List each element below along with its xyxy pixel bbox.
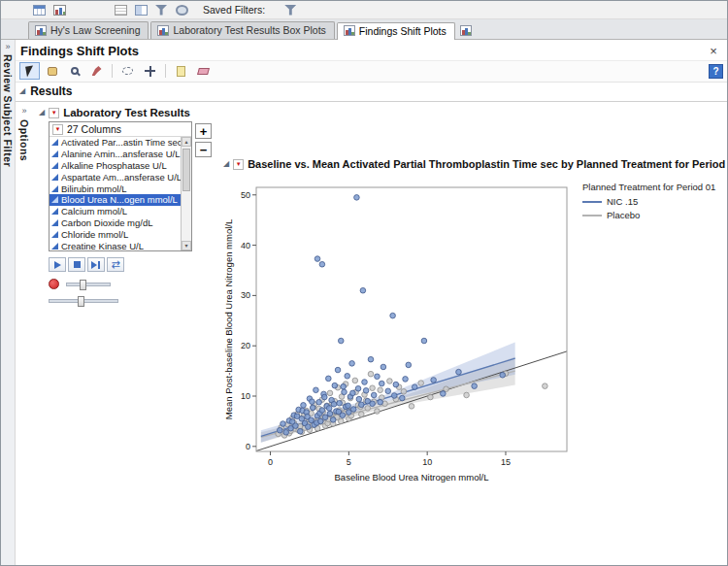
scroll-down-icon[interactable] [182, 241, 191, 250]
playback-controls [49, 257, 223, 272]
panel-collapse-icon[interactable] [39, 109, 45, 117]
jmp-window: Saved Filters: Hy's Law ScreeningLaborat… [0, 0, 728, 566]
stop-button[interactable] [68, 257, 85, 272]
svg-text:5: 5 [347, 457, 351, 467]
remove-column-button[interactable]: − [195, 142, 212, 157]
legend-item-placebo[interactable]: Placebo [582, 210, 715, 220]
page-header: Findings Shift Plots × [16, 40, 727, 60]
scroll-up-icon[interactable] [182, 137, 191, 147]
column-item-label: Carbon Dioxide mg/dL [61, 217, 153, 228]
options-expand-chevron-icon[interactable]: » [21, 107, 26, 116]
chart-red-triangle-menu-icon[interactable] [233, 159, 244, 170]
chart-title-row: Baseline vs. Mean Activated Partial Thro… [223, 158, 727, 170]
review-subject-filter-tab[interactable]: Review Subject Filter [2, 54, 14, 167]
tab-label: Findings Shift Plots [359, 25, 447, 37]
column-item-calcium-mmol-l[interactable]: Calcium mmol/L [50, 206, 181, 217]
filter-icon[interactable] [152, 3, 170, 17]
column-item-activated-par-astin-time-sec[interactable]: Activated Par...astin Time sec [50, 137, 181, 149]
transition-slider-thumb[interactable] [78, 296, 84, 307]
tab-hy-s-law-screening[interactable]: Hy's Law Screening [28, 21, 149, 39]
svg-text:40: 40 [241, 241, 250, 250]
settings-icon[interactable] [173, 3, 190, 17]
app-toolbar-icons-right [281, 3, 299, 17]
step-button[interactable] [87, 257, 105, 272]
continuous-column-icon [51, 162, 58, 169]
results-header: Results [16, 83, 727, 102]
expand-chevron-icon[interactable]: » [5, 43, 10, 51]
results-label: Results [30, 84, 72, 98]
outline-collapse-icon[interactable] [19, 87, 25, 95]
legend-item-nic-15[interactable]: NIC .15 [582, 196, 715, 207]
legend-label: Placebo [607, 210, 640, 220]
svg-text:10: 10 [422, 457, 432, 467]
speed-slider-thumb[interactable] [80, 280, 86, 290]
report-chart-icon [157, 25, 169, 36]
record-stop-button[interactable] [49, 279, 59, 289]
eraser-tool-icon[interactable] [193, 62, 214, 80]
continuous-column-icon [51, 208, 58, 215]
report-chart-icon [35, 25, 47, 36]
chart-collapse-icon[interactable] [223, 160, 229, 168]
svg-text:Mean Post-baseline Blood Urea: Mean Post-baseline Blood Urea Nitrogen m… [223, 219, 234, 419]
options-tab[interactable]: Options [18, 119, 30, 161]
journal-page-icon[interactable] [460, 25, 472, 36]
columns-red-triangle-menu-icon[interactable] [52, 124, 63, 135]
report-icon[interactable] [50, 3, 68, 17]
scrollbar-track[interactable] [182, 147, 191, 241]
svg-text:50: 50 [241, 190, 250, 200]
tab-laboratory-test-results-box-plots[interactable]: Laboratory Test Results Box Plots [150, 21, 334, 39]
annotate-tool-icon[interactable] [171, 62, 191, 80]
scrollbar-thumb[interactable] [182, 149, 190, 191]
tab-label: Hy's Law Screening [50, 24, 140, 36]
swap-button[interactable] [107, 257, 124, 272]
chart-section: Baseline vs. Mean Activated Partial Thro… [223, 102, 727, 565]
column-item-blood-urea-n-ogen-mmol-l[interactable]: Blood Urea N...ogen mmol/L [50, 194, 181, 206]
column-item-carbon-dioxide-mg-dl[interactable]: Carbon Dioxide mg/dL [50, 217, 181, 229]
column-item-label: Aspartate Am...ansferase U/L [61, 172, 181, 183]
journal-icon[interactable] [112, 3, 129, 17]
column-item-alanine-amin-ansferase-u-l[interactable]: Alanine Amin...ansferase U/L [50, 149, 181, 160]
layout-icon[interactable] [132, 3, 149, 17]
continuous-column-icon [51, 150, 58, 157]
brush-tool-icon[interactable] [86, 62, 107, 80]
red-triangle-menu-icon[interactable] [49, 108, 59, 118]
column-item-bilirubin-mmol-l[interactable]: Bilirubin mmol/L [50, 183, 181, 194]
transition-slider[interactable] [49, 299, 118, 303]
column-item-label: Alanine Amin...ansferase U/L [61, 149, 181, 159]
column-item-alkaline-phosphatase-u-l[interactable]: Alkaline Phosphatase U/L [50, 160, 181, 172]
close-icon[interactable]: × [706, 45, 721, 57]
grabber-tool-icon[interactable] [42, 62, 62, 80]
scrollbar [181, 137, 191, 250]
app-toolbar-icons-left [30, 3, 68, 17]
saved-filters-menu-icon[interactable] [281, 3, 299, 17]
crosshair-tool-icon[interactable] [140, 62, 160, 80]
lab-test-results-panel: Laboratory Test Results 27 Columns Activ… [33, 102, 223, 565]
data-table-icon[interactable] [30, 3, 48, 17]
columns-list: Activated Par...astin Time secAlanine Am… [50, 137, 181, 250]
chart-title: Baseline vs. Mean Activated Partial Thro… [248, 158, 728, 170]
doc-toolbar-tools [19, 62, 214, 80]
svg-text:30: 30 [241, 290, 250, 300]
report-chart-icon [344, 25, 355, 36]
review-subject-filter-rail: » Review Subject Filter [1, 40, 16, 565]
zoom-tool-icon[interactable] [64, 62, 84, 80]
add-remove-buttons: + − [195, 121, 212, 251]
columns-count-label: 27 Columns [67, 123, 121, 135]
lasso-tool-icon[interactable] [117, 62, 138, 80]
scatter-plot[interactable]: 05101501020304050Baseline Blood Urea Nit… [223, 180, 575, 490]
column-item-chloride-mmol-l[interactable]: Chloride mmol/L [50, 228, 181, 240]
columns-box: 27 Columns Activated Par...astin Time se… [49, 121, 192, 251]
continuous-column-icon [51, 231, 58, 238]
column-item-aspartate-am-ansferase-u-l[interactable]: Aspartate Am...ansferase U/L [50, 171, 181, 183]
play-button[interactable] [49, 257, 66, 272]
tab-findings-shift-plots[interactable]: Findings Shift Plots [337, 22, 455, 40]
help-icon[interactable]: ? [709, 64, 723, 79]
speed-slider[interactable] [66, 283, 111, 286]
add-column-button[interactable]: + [195, 123, 212, 139]
options-rail: » Options [16, 102, 33, 565]
column-item-label: Chloride mmol/L [61, 229, 128, 240]
svg-text:15: 15 [501, 457, 511, 467]
arrow-tool-icon[interactable] [19, 62, 40, 80]
page-title: Findings Shift Plots [20, 44, 139, 58]
column-item-creatine-kinase-u-l[interactable]: Creatine Kinase U/L [50, 240, 181, 250]
